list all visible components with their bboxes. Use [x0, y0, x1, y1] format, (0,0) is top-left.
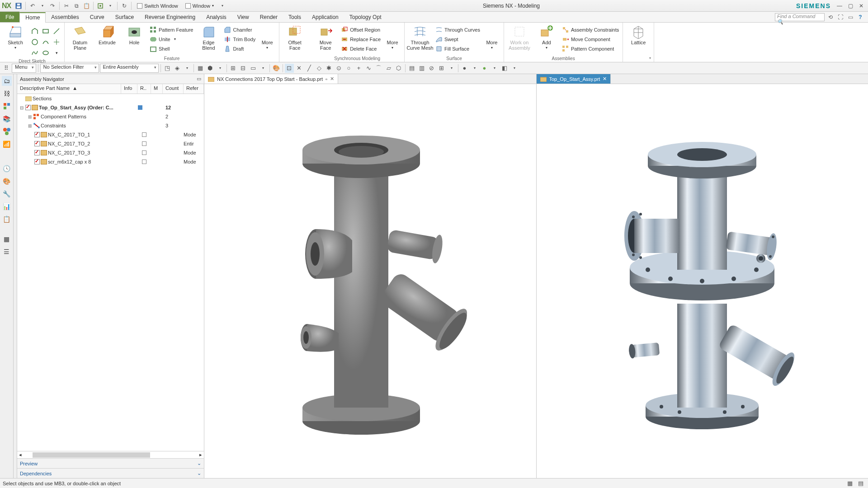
tree-row-part-2[interactable]: NX_C_2017_TO_2 Entir [17, 139, 204, 148]
internet-icon[interactable]: 📶 [2, 139, 12, 149]
viewport-left[interactable] [204, 84, 536, 478]
history-icon[interactable]: 🕓 [2, 164, 12, 174]
snap-curve-icon[interactable]: ∿ [364, 64, 373, 73]
part-nav-icon[interactable] [2, 101, 12, 111]
selection-scope-dropdown[interactable]: Entire Assembly [100, 64, 159, 73]
unite-button[interactable]: Unite▾ [149, 35, 194, 43]
surface-more-button[interactable]: More▾ [483, 23, 501, 52]
col-r[interactable]: R.. [137, 84, 151, 94]
sketch-button[interactable]: Sketch ▾ [3, 23, 28, 52]
tab-tools[interactable]: Tools [283, 12, 307, 22]
tab-curve[interactable]: Curve [85, 12, 110, 22]
sync-more-button[interactable]: More▾ [383, 23, 401, 52]
panel-resize-grip[interactable] [14, 74, 17, 478]
view-ico-2[interactable]: ▥ [417, 64, 426, 73]
shell-button[interactable]: Shell [149, 44, 194, 53]
move-component-button[interactable]: Move Component [561, 35, 620, 43]
view-more-icon[interactable]: ◧ [500, 64, 509, 73]
constraint-nav-icon[interactable]: ⛓ [2, 89, 12, 99]
close-tab-icon[interactable]: ✕ [330, 76, 334, 82]
viewport-right[interactable] [537, 84, 868, 478]
tree-row-patterns[interactable]: ⊞Component Patterns 2 [17, 112, 204, 121]
menu-dropdown[interactable]: Menu [12, 64, 36, 73]
tab-home[interactable]: Home [19, 12, 46, 23]
view-more-dd-icon[interactable]: ▾ [510, 64, 519, 73]
tab-reverse-engineering[interactable]: Reverse Engineering [139, 12, 201, 22]
paste-icon[interactable]: 📋 [82, 2, 90, 10]
col-name[interactable]: Descriptive Part Name ▲ [17, 84, 121, 94]
fullscreen-icon[interactable]: ⛶ [836, 13, 844, 21]
circle-icon[interactable] [30, 37, 40, 47]
pattern-feature-button[interactable]: Pattern Feature [149, 25, 194, 34]
sys-nav-icon[interactable]: 🔧 [2, 189, 12, 199]
tab-application[interactable]: Application [307, 12, 344, 22]
qat-overflow-icon[interactable]: ▾ [218, 2, 226, 10]
snap-tan-icon[interactable]: ⌒ [374, 64, 383, 73]
pattern-component-button[interactable]: Pattern Component [561, 44, 620, 53]
restore-button[interactable]: ▢ [846, 3, 854, 9]
snap-center-icon[interactable]: ⊙ [335, 64, 344, 73]
appearance-icon[interactable] [2, 127, 12, 136]
tree-row-part-4[interactable]: scr_m6x12_cap x 8 Mode [17, 157, 204, 166]
status-grid-icon[interactable]: ▦ [845, 479, 854, 488]
redo-icon[interactable]: ↷ [48, 2, 57, 10]
chamfer-button[interactable]: Chamfer [223, 25, 256, 34]
tab-file[interactable]: File [0, 12, 19, 22]
col-info[interactable]: Info [121, 84, 137, 94]
edge-blend-button[interactable]: Edge Blend [196, 23, 221, 52]
tab-assemblies[interactable]: Assemblies [46, 12, 84, 22]
touch-icon[interactable] [96, 2, 104, 10]
spline-icon[interactable] [30, 48, 40, 58]
cut-icon[interactable]: ✂ [62, 2, 71, 10]
profile-icon[interactable] [30, 26, 40, 36]
tab-surface[interactable]: Surface [110, 12, 139, 22]
col-count[interactable]: Count [163, 84, 184, 94]
undo-icon[interactable]: ↶ [28, 2, 37, 10]
sel-ico-2[interactable]: ◈ [173, 64, 182, 73]
tabs-icon[interactable]: ▦ [2, 234, 12, 244]
snap-exist-icon[interactable]: + [354, 64, 363, 73]
sel-ico-8[interactable]: ⊟ [239, 64, 248, 73]
preview-section[interactable]: Preview⌄ [17, 458, 204, 468]
fill-surface-button[interactable]: Fill Surface [434, 44, 481, 53]
snap-int-icon[interactable]: ✱ [325, 64, 334, 73]
sel-ico-9[interactable]: ▭ [249, 64, 258, 73]
minimize-button[interactable]: — [835, 3, 844, 9]
nav-hscroll[interactable]: ◂▸ [17, 451, 204, 458]
more-icon[interactable]: ☰ [2, 247, 12, 257]
touch-dd-icon[interactable]: ▾ [106, 2, 114, 10]
col-ref[interactable]: Refer [184, 84, 204, 94]
assembly-constraints-button[interactable]: Assembly Constraints [561, 25, 620, 34]
status-layout-icon[interactable]: ▤ [856, 479, 865, 488]
sel-ico-11[interactable]: 🎨 [272, 64, 281, 73]
lattice-button[interactable]: Lattice [626, 23, 651, 46]
close-tab-icon[interactable]: ✕ [603, 76, 607, 82]
move-face-button[interactable]: Move Face [313, 23, 338, 52]
view-ico-1[interactable]: ▤ [407, 64, 416, 73]
minimize-ribbon-icon[interactable]: ▭ [846, 13, 854, 21]
tree-row-top-assy[interactable]: ⊟Top_Op_Start_Assy (Order: C... 12 [17, 103, 204, 112]
copy-icon[interactable]: ⧉ [72, 2, 80, 10]
sel-ico-10[interactable]: ▾ [259, 64, 268, 73]
checkbox[interactable] [25, 105, 31, 110]
view-ico-dd1[interactable]: ▾ [447, 64, 456, 73]
rectangle-icon[interactable] [41, 26, 51, 36]
roles-icon[interactable]: 🎨 [2, 176, 12, 186]
delete-face-button[interactable]: Delete Face [340, 44, 382, 53]
feature-more-button[interactable]: More▾ [258, 23, 276, 52]
datum-plane-button[interactable]: Datum Plane [67, 23, 93, 52]
assembly-nav-icon[interactable]: 🗂 [2, 76, 12, 86]
shade-dd-icon[interactable]: ▾ [470, 64, 479, 73]
hd3d-icon[interactable]: 📊 [2, 202, 12, 211]
undo-dd-icon[interactable]: ▾ [38, 2, 47, 10]
pin-icon[interactable]: ▭ [197, 76, 201, 82]
selection-filter-dropdown[interactable]: No Selection Filter [40, 64, 99, 73]
more-sketch-icon[interactable]: ▾ [52, 48, 61, 58]
reuse-nav-icon[interactable]: 📚 [2, 114, 12, 124]
sel-ico-4[interactable]: ▦ [196, 64, 205, 73]
layers-icon[interactable]: 📋 [2, 214, 12, 224]
snap-pole-icon[interactable]: ⬡ [394, 64, 403, 73]
draft-button[interactable]: Draft [223, 44, 256, 53]
snap-quad-icon[interactable]: ○ [344, 64, 354, 73]
snap-face-icon[interactable]: ▱ [384, 64, 393, 73]
